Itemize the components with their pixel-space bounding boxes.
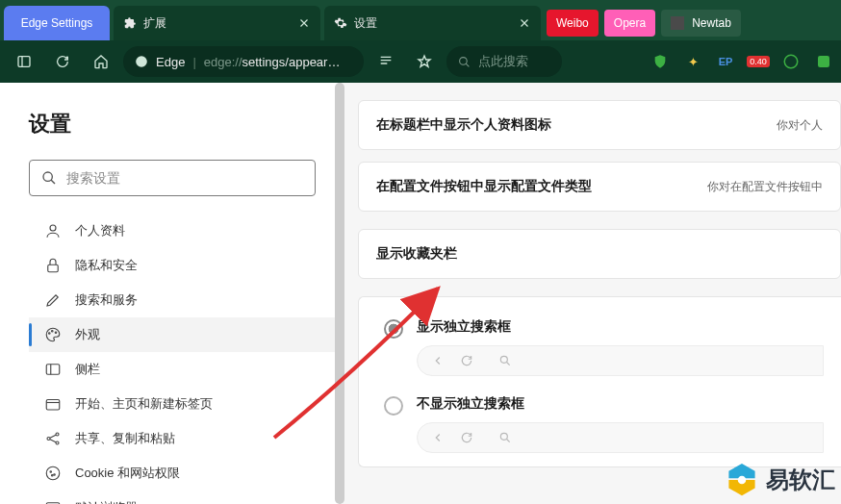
row-title: 在标题栏中显示个人资料图标 xyxy=(376,116,551,134)
settings-search[interactable] xyxy=(29,160,316,196)
svg-point-12 xyxy=(52,331,54,333)
sidebar-item-label: 共享、复制和粘贴 xyxy=(75,430,175,447)
option-label: 显示独立搜索框 xyxy=(417,318,824,336)
tab-settings[interactable]: 设置 xyxy=(324,6,541,40)
watermark-icon xyxy=(726,462,758,498)
search-icon xyxy=(498,431,512,444)
lock-icon xyxy=(44,257,62,274)
ext-badge[interactable]: 0.40 xyxy=(749,52,768,71)
favorite-button[interactable] xyxy=(408,45,441,78)
sidebar-item-default-browser[interactable]: 默认浏览器 xyxy=(29,491,340,504)
url-path: settings/appear… xyxy=(242,55,341,69)
tab-label: 设置 xyxy=(354,15,377,32)
svg-point-21 xyxy=(50,471,52,473)
ext-icon-3[interactable] xyxy=(781,52,801,71)
preview-toolbar xyxy=(417,345,824,376)
refresh-button[interactable] xyxy=(46,45,79,78)
search-icon xyxy=(458,56,471,68)
svg-line-4 xyxy=(466,63,469,66)
svg-point-26 xyxy=(500,356,507,363)
svg-point-18 xyxy=(56,433,59,436)
option-show-search-box[interactable]: 显示独立搜索框 xyxy=(376,313,824,390)
row-title: 在配置文件按钮中显示配置文件类型 xyxy=(376,178,592,195)
search-icon xyxy=(41,170,57,186)
close-icon[interactable] xyxy=(518,16,531,30)
url-scheme: edge:// xyxy=(204,55,242,69)
sidebar-item-label: Cookie 和网站权限 xyxy=(75,465,180,482)
row-desc: 你对个人 xyxy=(777,117,823,134)
sidebar-item-label: 搜索和服务 xyxy=(75,291,138,309)
gear-icon xyxy=(334,16,347,30)
sidebar-title: 设置 xyxy=(29,110,340,139)
reader-button[interactable] xyxy=(370,45,402,78)
svg-point-13 xyxy=(55,332,57,334)
option-hide-search-box[interactable]: 不显示独立搜索框 xyxy=(376,390,824,466)
sidebar-toggle-button[interactable] xyxy=(8,45,40,78)
puzzle-icon xyxy=(123,16,137,30)
ext-icon-4[interactable] xyxy=(814,52,833,71)
sidebar-item-start[interactable]: 开始、主页和新建标签页 xyxy=(29,387,340,421)
cookie-icon xyxy=(44,465,62,482)
pill-weibo[interactable]: Weibo xyxy=(547,10,599,37)
panel-icon xyxy=(44,361,62,378)
omnibox-search[interactable]: 点此搜索 xyxy=(446,46,562,77)
address-bar[interactable]: Edge | edge://settings/appear… xyxy=(123,46,364,77)
watermark: 易软汇 xyxy=(726,462,835,498)
setting-row-favorites-bar[interactable]: 显示收藏夹栏 xyxy=(358,229,841,279)
search-input[interactable] xyxy=(66,170,303,186)
svg-point-5 xyxy=(784,55,798,68)
svg-point-7 xyxy=(43,172,52,181)
svg-point-20 xyxy=(46,466,60,480)
ext-icon-1[interactable]: ✦ xyxy=(683,52,702,71)
ext-icon-ep[interactable]: EP xyxy=(716,52,735,71)
search-icon xyxy=(498,354,512,367)
preview-toolbar xyxy=(417,422,824,453)
svg-rect-14 xyxy=(46,365,60,375)
svg-point-22 xyxy=(54,474,56,476)
tab-edge-settings[interactable]: Edge Settings xyxy=(4,6,110,40)
close-icon[interactable] xyxy=(297,16,311,30)
sidebar-item-sidebar[interactable]: 侧栏 xyxy=(29,352,340,387)
shield-icon[interactable] xyxy=(650,52,670,71)
toolbar: Edge | edge://settings/appear… 点此搜索 ✦ EP… xyxy=(0,40,841,83)
sidebar-item-privacy[interactable]: 隐私和安全 xyxy=(29,248,340,283)
pencil-icon xyxy=(44,291,62,309)
setting-row-profile-icon[interactable]: 在标题栏中显示个人资料图标 你对个人 xyxy=(358,100,841,150)
settings-sidebar: 设置 个人资料 隐私和安全 搜索和服务 外观 侧栏 开始、主页和新建标签页 共享… xyxy=(0,83,341,504)
svg-rect-10 xyxy=(48,265,59,272)
row-desc: 你对在配置文件按钮中 xyxy=(707,179,823,195)
radio-icon[interactable] xyxy=(384,319,403,339)
sidebar-item-profile[interactable]: 个人资料 xyxy=(29,214,340,248)
watermark-text: 易软汇 xyxy=(766,465,835,495)
svg-point-23 xyxy=(52,475,54,477)
back-icon xyxy=(431,354,445,367)
tab-label: 扩展 xyxy=(143,15,166,32)
sidebar-item-label: 个人资料 xyxy=(75,222,125,239)
svg-point-9 xyxy=(50,225,56,231)
extension-icons: ✦ EP 0.40 xyxy=(650,52,833,71)
titlebar: Edge Settings 扩展 设置 Weibo Opera Newtab xyxy=(0,0,841,40)
home-button[interactable] xyxy=(85,45,117,78)
svg-point-11 xyxy=(49,333,51,335)
sidebar-item-cookies[interactable]: Cookie 和网站权限 xyxy=(29,456,340,491)
refresh-icon xyxy=(460,354,473,367)
svg-point-30 xyxy=(738,476,747,485)
tab-extensions[interactable]: 扩展 xyxy=(114,6,320,40)
pill-newtab[interactable]: Newtab xyxy=(661,10,741,37)
refresh-icon xyxy=(460,431,473,444)
sidebar-item-share[interactable]: 共享、复制和粘贴 xyxy=(29,421,340,456)
profile-icon xyxy=(44,222,62,239)
setting-row-profile-type[interactable]: 在配置文件按钮中显示配置文件类型 你对在配置文件按钮中 xyxy=(358,162,841,212)
back-icon xyxy=(431,431,445,444)
sidebar-item-search-services[interactable]: 搜索和服务 xyxy=(29,283,340,317)
svg-rect-0 xyxy=(18,57,30,67)
svg-point-2 xyxy=(136,56,147,67)
main-panel: 在标题栏中显示个人资料图标 你对个人 在配置文件按钮中显示配置文件类型 你对在配… xyxy=(341,83,841,504)
sidebar-item-appearance[interactable]: 外观 xyxy=(29,317,340,352)
palette-icon xyxy=(44,326,62,343)
radio-icon[interactable] xyxy=(384,396,403,416)
sidebar-item-label: 隐私和安全 xyxy=(75,257,138,274)
pill-opera[interactable]: Opera xyxy=(604,10,655,37)
square-icon xyxy=(671,16,684,30)
sidebar-item-label: 默认浏览器 xyxy=(75,499,138,504)
